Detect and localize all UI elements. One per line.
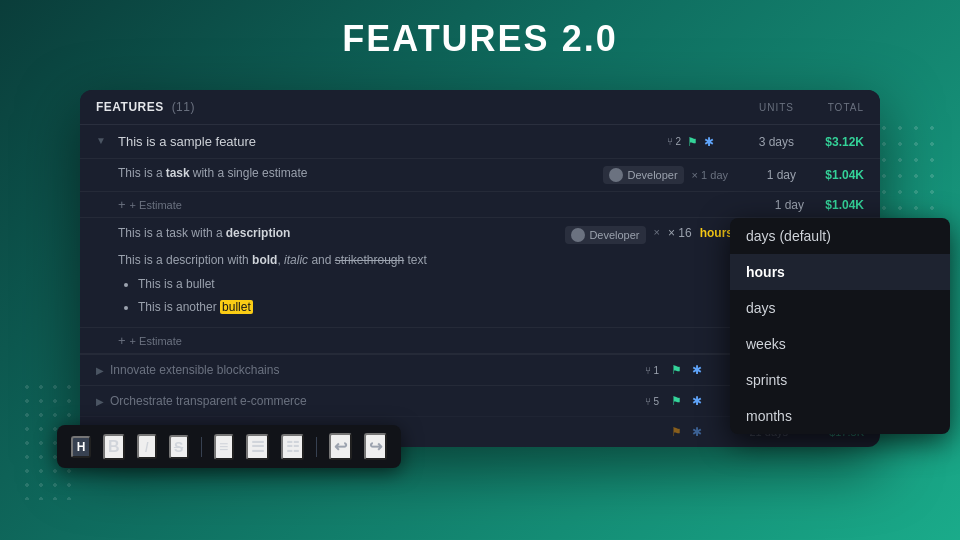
dropdown-item-days-default[interactable]: days (default)	[730, 218, 950, 254]
align-button[interactable]: ≡	[214, 434, 234, 460]
feature-total-1: $3.12K	[794, 135, 864, 149]
task-name-1: This is a task with a single estimate	[118, 166, 603, 180]
hours-label[interactable]: hours	[700, 226, 733, 240]
task-name-2: This is a task with a description	[118, 226, 565, 240]
multiplier-2: ×	[654, 226, 660, 238]
strikethrough-button[interactable]: S	[169, 435, 189, 459]
unit-dropdown: days (default) hours days weeks sprints …	[730, 218, 950, 434]
feature-name-1: This is a sample feature	[118, 134, 659, 149]
dropdown-item-weeks[interactable]: weeks	[730, 326, 950, 362]
text-toolbar: H B I S ≡ ☰ ☷ ↩ ↪	[57, 425, 401, 468]
bold-button[interactable]: B	[103, 434, 125, 460]
task-row-1: This is a task with a single estimate De…	[80, 158, 880, 191]
page-title: FEATURES 2.0	[0, 0, 960, 74]
task-right-1: Developer × 1 day 1 day $1.04K	[603, 166, 864, 184]
flag-icon-3: ⚑	[671, 394, 682, 408]
undo-button[interactable]: ↩	[329, 433, 352, 460]
task1-total: $1.04K	[804, 168, 864, 182]
list-button[interactable]: ☰	[246, 434, 269, 460]
assignee-badge-2[interactable]: Developer	[565, 226, 645, 244]
col-total-header: TOTAL	[794, 102, 864, 113]
toolbar-separator-1	[201, 437, 202, 457]
add-estimate-1[interactable]: + + Estimate	[118, 197, 182, 212]
col-units-header: UNITS	[714, 102, 794, 113]
collapsed-name-1: Innovate extensible blockchains	[110, 363, 639, 377]
avatar-1	[609, 168, 623, 182]
flag-icon: ⚑	[687, 135, 698, 149]
plus-icon-1: +	[118, 197, 126, 212]
section-label: FEATURES (11)	[96, 100, 714, 114]
branch-icon-3: ⑂	[645, 396, 651, 407]
star-icon-4: ✱	[692, 425, 702, 439]
redo-button[interactable]: ↪	[364, 433, 387, 460]
chevron-right-1: ▶	[96, 365, 104, 376]
italic-button[interactable]: I	[137, 434, 157, 459]
heading-button[interactable]: H	[71, 436, 91, 458]
star-icon: ✱	[704, 135, 714, 149]
toolbar-separator-2	[316, 437, 317, 457]
task1-units: 1 day	[736, 168, 796, 182]
chevron-right-2: ▶	[96, 396, 104, 407]
task2-mult-value: × 16	[668, 226, 692, 240]
flag-icon-4: ⚑	[671, 425, 682, 439]
assignee-badge-1[interactable]: Developer	[603, 166, 683, 184]
avatar-2	[571, 228, 585, 242]
flag-icon-2: ⚑	[671, 363, 682, 377]
star-icon-2: ✱	[692, 363, 702, 377]
list2-button[interactable]: ☷	[281, 434, 304, 460]
dropdown-item-days[interactable]: days	[730, 290, 950, 326]
add-estimate-2[interactable]: + + Estimate	[118, 333, 182, 348]
feature-actions-1: ⑂ 2 ⚑ ✱	[667, 135, 714, 149]
branch-icon-2: ⑂	[645, 365, 651, 376]
chevron-icon: ▼	[96, 135, 110, 149]
highlighted-bullet: bullet	[220, 300, 253, 314]
multiplier-1: × 1 day	[692, 169, 728, 181]
star-icon-3: ✱	[692, 394, 702, 408]
table-header: FEATURES (11) UNITS TOTAL	[80, 90, 880, 125]
estimate-row-1: + + Estimate 1 day $1.04K	[80, 191, 880, 217]
feature-main-1: ▼ This is a sample feature ⑂ 2 ⚑ ✱ 3 day…	[80, 125, 880, 158]
collapsed-name-2: Orchestrate transparent e-commerce	[110, 394, 639, 408]
feature-units-1: 3 days	[714, 135, 794, 149]
dropdown-item-months[interactable]: months	[730, 398, 950, 434]
dropdown-item-hours[interactable]: hours	[730, 254, 950, 290]
branch-icon: ⑂	[667, 136, 673, 147]
plus-icon-2: +	[118, 333, 126, 348]
est1-units: 1 day	[744, 198, 804, 212]
dropdown-item-sprints[interactable]: sprints	[730, 362, 950, 398]
est1-total: $1.04K	[804, 198, 864, 212]
